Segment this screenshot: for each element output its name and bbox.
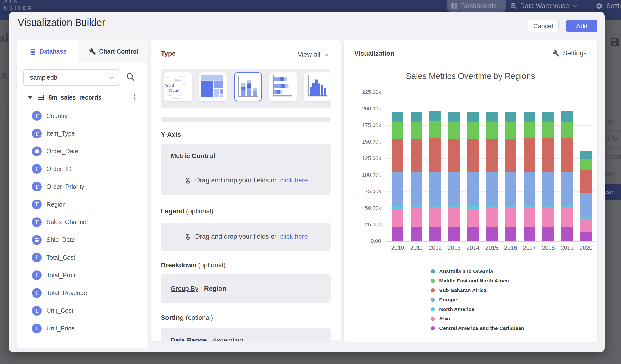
bar-segment <box>392 227 403 241</box>
nav-item-dashboards[interactable]: Dashboards <box>451 0 497 12</box>
nav-item-settings[interactable]: Settings <box>596 0 621 12</box>
field-item-order_date[interactable]: Order_Date <box>17 144 148 158</box>
nav-item-data-warehouse[interactable]: Data Warehouse <box>510 0 578 12</box>
bar-segment <box>524 227 535 241</box>
legend-color-dot <box>431 326 435 330</box>
bar-segment <box>486 122 498 139</box>
field-item-sales_channel[interactable]: TSales_Channel <box>17 215 148 229</box>
field-name: Country <box>47 112 68 120</box>
legend-item: North America <box>431 306 474 312</box>
legend-label: Asia <box>439 316 450 322</box>
sorting-dropzone[interactable]: Data Range Ascending <box>161 328 331 341</box>
tab-database[interactable]: Database <box>17 40 79 63</box>
bar-segment <box>411 139 422 172</box>
field-name: Order_Date <box>47 148 78 155</box>
legend-color-dot <box>431 307 435 312</box>
bar-segment <box>524 112 535 122</box>
bar-segment <box>392 206 403 208</box>
menu-item-selected[interactable]: ear <box>603 184 621 200</box>
menu-separator <box>603 184 621 184</box>
calendar-field-icon <box>32 235 42 245</box>
bar-segment <box>505 122 516 139</box>
chart-type-card-treemap[interactable] <box>199 72 226 102</box>
sorting-field[interactable]: Data Range <box>171 337 207 341</box>
field-item-country[interactable]: TCountry <box>17 109 148 123</box>
number-field-icon: 1 <box>32 164 42 174</box>
legend-label: Sub-Saharan Africa <box>439 287 486 293</box>
metric-control-dropzone[interactable]: Metric Control Drag and drop your fields… <box>161 144 331 195</box>
cancel-button[interactable]: Cancel <box>528 20 559 32</box>
caret-down-icon[interactable] <box>28 96 33 99</box>
menu-item-partial[interactable]: nthly <box>604 135 617 143</box>
tab-chart-control[interactable]: Chart Control <box>79 40 148 63</box>
legend-item: Middle East and North Africa <box>431 278 509 284</box>
nav-item-label: Settings <box>606 2 621 10</box>
chevron-down-icon <box>572 3 578 9</box>
click-here-link[interactable]: click here <box>280 233 308 240</box>
field-item-item_type[interactable]: TItem_Type <box>17 127 148 140</box>
field-item-total_profit[interactable]: 1Total_Profit <box>17 268 148 282</box>
bar-segment <box>467 112 479 122</box>
bar-segment <box>448 206 460 208</box>
builder-panel: Type View all inessAnalyticsBigDataminin… <box>151 40 341 341</box>
bar-segment <box>542 227 554 241</box>
legend-section-label: Legend (optional) <box>161 208 213 215</box>
search-icon[interactable] <box>125 72 137 83</box>
menu-item-partial[interactable]: k Date <box>604 153 621 160</box>
field-item-order_priority[interactable]: TOrder_Priority <box>17 180 148 193</box>
bar-segment <box>411 122 422 139</box>
bar-segment <box>392 112 403 122</box>
database-select[interactable]: sampledb <box>23 69 121 86</box>
field-item-ship_date[interactable]: Ship_Date <box>17 233 148 247</box>
modal-title: Visualization Builder <box>18 17 105 28</box>
database-panel: Database Chart Control sampledb <box>17 40 148 348</box>
legend-item: Asia <box>431 316 450 322</box>
kebab-menu-icon[interactable] <box>129 92 139 102</box>
chart-type-card-stacked-bar[interactable] <box>269 72 297 102</box>
menu-item-partial[interactable]: nge <box>604 117 614 125</box>
bar-segment <box>467 206 479 208</box>
bar-segment <box>486 227 498 241</box>
group-by-control[interactable]: Group By <box>171 285 198 292</box>
field-name: Item_Type <box>47 130 75 137</box>
y-axis-tick-label: 25.00k <box>349 221 381 228</box>
field-item-total_revenue[interactable]: 1Total_Revenue <box>17 286 148 300</box>
field-item-order_id[interactable]: 1Order_ID <box>17 162 148 176</box>
nav-item-label: Dashboards <box>461 2 497 10</box>
y-axis-tick-label: 0.00 <box>349 238 381 244</box>
field-item-unit_price[interactable]: 1Unit_Price <box>17 322 148 335</box>
field-item-total_cost[interactable]: 1Total_Cost <box>17 251 148 264</box>
database-select-value: sampledb <box>30 74 108 81</box>
breakdown-dropzone[interactable]: Group By Region <box>161 274 331 303</box>
legend-color-dot <box>431 269 435 274</box>
click-here-link[interactable]: click here <box>280 177 308 184</box>
bar-segment <box>561 227 573 241</box>
legend-dropzone[interactable]: Drag and drop your fields or click here <box>161 223 331 251</box>
add-button[interactable]: Add <box>566 20 597 32</box>
chart-type-card-column[interactable] <box>304 72 331 102</box>
database-icon <box>510 2 517 10</box>
text-field-icon: T <box>32 111 42 121</box>
bar-segment <box>430 111 441 121</box>
chevron-down-icon <box>108 74 115 81</box>
calendar-field-icon <box>32 146 42 156</box>
grid-line <box>386 92 595 92</box>
text-field-icon: T <box>32 182 42 191</box>
field-item-region[interactable]: TRegion <box>17 198 148 211</box>
bar-segment <box>448 227 460 241</box>
chart-type-scrollbar[interactable] <box>161 117 331 122</box>
legend-label: Central America and the Caribbean <box>439 325 524 331</box>
chart-type-card-stacked-column[interactable] <box>234 72 262 102</box>
bar-segment <box>411 206 422 208</box>
svg-text:[code]: [code] <box>167 94 172 96</box>
table-tree-row[interactable]: 5m_sales_records <box>17 90 148 104</box>
bar-segment <box>561 139 573 172</box>
field-item-unit_cost[interactable]: 1Unit_Cost <box>17 304 148 317</box>
settings-button[interactable]: Settings <box>552 49 587 57</box>
menu-item-partial[interactable]: ekly <box>604 171 615 178</box>
chart-type-card-word-cloud[interactable]: inessAnalyticsBigDataminingWordsqlCloud[… <box>164 72 191 102</box>
view-all-dropdown[interactable]: View all <box>298 51 329 58</box>
field-name: Total_Revenue <box>47 290 87 297</box>
legend-label: Australia and Oceania <box>439 268 493 274</box>
sorting-order: Ascending <box>212 337 243 341</box>
